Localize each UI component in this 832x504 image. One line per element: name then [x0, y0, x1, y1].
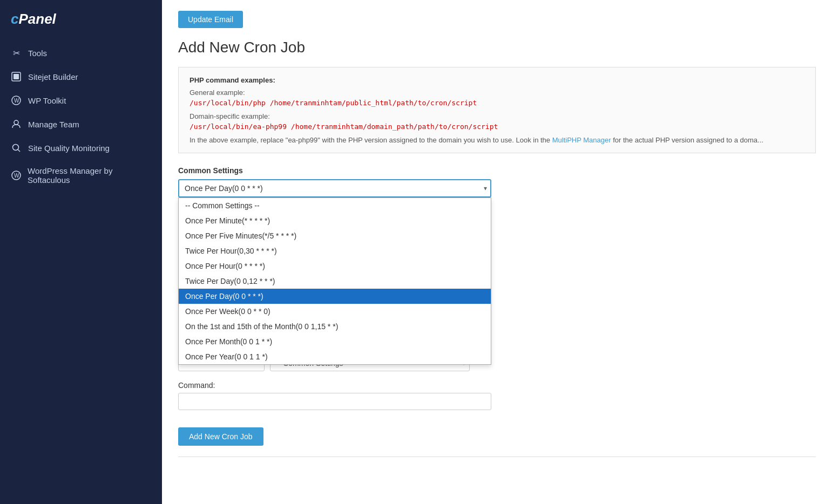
- dropdown-option-twice-per-hour[interactable]: Twice Per Hour(0,30 * * * *): [179, 243, 491, 258]
- sidebar-item-sitejet[interactable]: Sitejet Builder: [0, 65, 162, 88]
- dropdown-option-once-per-day[interactable]: Once Per Day(0 0 * * *): [179, 289, 491, 304]
- dropdown-option-twice-per-day[interactable]: Twice Per Day(0 0,12 * * *): [179, 274, 491, 289]
- sidebar-item-manage-team-label: Manage Team: [28, 120, 79, 129]
- php-note: In the above example, replace "ea-php99"…: [190, 136, 804, 144]
- sidebar-item-tools-label: Tools: [28, 49, 47, 58]
- svg-rect-1: [13, 74, 19, 79]
- svg-point-4: [14, 120, 18, 125]
- site-quality-icon: [11, 142, 22, 153]
- sidebar-logo: cPanel: [0, 0, 162, 36]
- dropdown-option-once-per-five[interactable]: Once Per Five Minutes(*/5 * * * *): [179, 228, 491, 243]
- sidebar-item-wp-toolkit-label: WP Toolkit: [28, 96, 66, 105]
- tools-icon: ✂: [11, 47, 22, 58]
- sidebar-item-sitejet-label: Sitejet Builder: [28, 72, 78, 81]
- wp-toolkit-icon: W: [11, 95, 22, 106]
- sidebar-item-site-quality[interactable]: Site Quality Monitoring: [0, 136, 162, 160]
- sidebar-nav: ✂ Tools Sitejet Builder W WP Toolkit Man…: [0, 41, 162, 191]
- common-settings-select[interactable]: -- Common Settings -- Once Per Minute(* …: [178, 179, 491, 197]
- common-settings-label: Common Settings: [178, 166, 816, 175]
- general-example-label: General example:: [190, 88, 804, 97]
- general-example-code: /usr/local/bin/php /home/tranminhtam/pub…: [190, 99, 804, 107]
- sidebar-item-site-quality-label: Site Quality Monitoring: [28, 144, 110, 153]
- domain-example-label: Domain-specific example:: [190, 112, 804, 120]
- wordpress-manager-icon: W: [11, 170, 21, 181]
- domain-example-code: /usr/local/bin/ea-php99 /home/tranminhta…: [190, 122, 804, 131]
- sidebar-item-tools[interactable]: ✂ Tools: [0, 41, 162, 65]
- php-examples-title: PHP command examples:: [190, 76, 804, 84]
- svg-text:W: W: [14, 173, 19, 179]
- bottom-divider: [178, 457, 816, 457]
- common-settings-dropdown-wrapper: -- Common Settings -- Once Per Minute(* …: [178, 179, 816, 197]
- sidebar-item-wordpress-manager-label: WordPress Manager by Softaculous: [28, 166, 151, 185]
- update-email-button[interactable]: Update Email: [178, 11, 243, 28]
- dropdown-option-once-per-week[interactable]: Once Per Week(0 0 * * 0): [179, 304, 491, 319]
- main-content: Update Email Add New Cron Job PHP comman…: [162, 0, 832, 504]
- command-field-row: Command:: [178, 381, 816, 410]
- sidebar-item-manage-team[interactable]: Manage Team: [0, 112, 162, 136]
- svg-line-6: [18, 149, 20, 152]
- add-cron-job-button[interactable]: Add New Cron Job: [178, 427, 263, 446]
- dropdown-option-once-per-year[interactable]: Once Per Year(0 0 1 1 *): [179, 349, 491, 364]
- common-settings-dropdown-open: -- Common Settings -- Once Per Minute(* …: [178, 197, 491, 365]
- cpanel-logo: cPanel: [11, 11, 56, 27]
- command-input[interactable]: [178, 393, 491, 410]
- page-title: Add New Cron Job: [178, 39, 816, 56]
- sidebar-item-wordpress-manager[interactable]: W WordPress Manager by Softaculous: [0, 160, 162, 191]
- command-label: Command:: [178, 381, 816, 390]
- svg-point-5: [13, 145, 19, 151]
- common-settings-section: Common Settings -- Common Settings -- On…: [178, 166, 816, 197]
- sitejet-icon: [11, 71, 22, 82]
- common-settings-select-wrapper: -- Common Settings -- Once Per Minute(* …: [178, 179, 491, 197]
- dropdown-option-1st-15th[interactable]: On the 1st and 15th of the Month(0 0 1,1…: [179, 319, 491, 334]
- manage-team-icon: [11, 119, 22, 130]
- dropdown-option-once-per-month[interactable]: Once Per Month(0 0 1 * *): [179, 334, 491, 349]
- sidebar-item-wp-toolkit[interactable]: W WP Toolkit: [0, 88, 162, 112]
- multiphp-manager-link[interactable]: MultiPHP Manager: [552, 136, 611, 144]
- php-examples-box: PHP command examples: General example: /…: [178, 67, 816, 153]
- dropdown-option-once-per-hour[interactable]: Once Per Hour(0 * * * *): [179, 258, 491, 274]
- svg-text:W: W: [14, 98, 19, 104]
- sidebar: cPanel ✂ Tools Sitejet Builder W WP Tool…: [0, 0, 162, 504]
- dropdown-option-default[interactable]: -- Common Settings --: [179, 198, 491, 213]
- dropdown-option-once-per-minute[interactable]: Once Per Minute(* * * * *): [179, 213, 491, 228]
